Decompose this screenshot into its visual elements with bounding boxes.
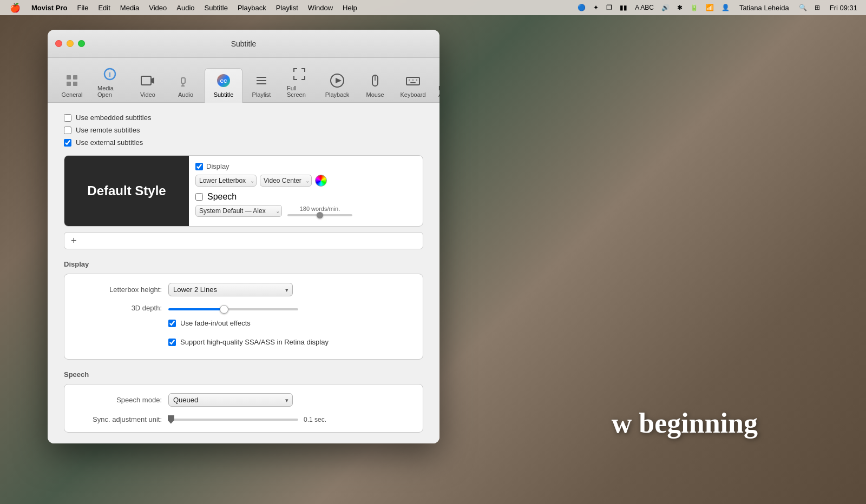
subtitle-label: Subtitle [214,91,234,98]
toolbar-playlist[interactable]: Playlist [242,69,280,102]
position-select[interactable]: Lower Letterbox Upper Letterbox Center [195,175,257,187]
svg-rect-0 [67,75,71,79]
menu-video[interactable]: Video [145,3,171,13]
add-style-button[interactable]: + [71,236,77,246]
sync-slider-track[interactable] [168,419,298,421]
menu-edit[interactable]: Edit [94,3,114,13]
menu-media[interactable]: Media [116,3,143,13]
battery-status-icon: ▮▮ [618,3,629,12]
fade-label: Use fade-in/out effects [180,319,251,327]
sync-label: Sync. adjustment unit: [75,415,162,423]
scene-text: w beginning [612,407,758,439]
menu-playlist[interactable]: Playlist [272,3,303,13]
video-position-select[interactable]: Video Center Video Left Video Right [260,175,312,187]
fullscreen-label: Full Screen [287,85,312,98]
playlist-label: Playlist [252,91,271,98]
toolbar-subtitle[interactable]: CC Subtitle [205,68,242,103]
speech-checkbox-input[interactable] [195,193,203,201]
fullscreen-icon [291,65,308,83]
toolbar-general[interactable]: General [53,69,91,102]
toolbar-video[interactable]: Video [129,69,167,102]
retina-checkbox[interactable] [168,339,176,346]
toolbar-keyboard[interactable]: Keyboard [394,69,432,102]
menu-window[interactable]: Window [304,3,337,13]
words-per-min-container: 180 words/min. [287,205,352,216]
color-wheel-button[interactable] [315,175,327,187]
search-icon[interactable]: 🔍 [797,3,809,12]
mouse-icon [366,72,384,89]
svg-text:CC: CC [220,78,227,84]
speech-mode-dropdown-wrap: Queued Immediate Off [168,393,293,407]
window-controls [55,40,85,47]
retina-row: Support high-quality SSA/ASS in Retina d… [75,338,412,350]
speed-slider[interactable] [287,214,352,216]
depth-3d-control [168,303,412,313]
control-center-icon[interactable]: ⊞ [812,3,822,12]
toolbar-default-app[interactable]: Default App [432,62,439,102]
external-checkbox[interactable] [64,139,71,147]
content-area: Use embedded subtitles Use remote subtit… [48,103,439,443]
letterbox-height-row: Letterbox height: Lower 2 Lines Lower 1 … [75,283,412,296]
display-check-label: Display [206,162,229,170]
display-checkbox-input[interactable] [195,163,203,170]
style-preview: Default Style [64,156,189,226]
toolbar-media-open[interactable]: i Media Open [91,62,129,102]
maximize-button[interactable] [78,40,85,47]
remote-checkbox[interactable] [64,127,71,134]
preferences-window: Subtitle General i Media Open Video Audi [48,30,439,443]
svg-marker-17 [336,78,342,83]
letterbox-height-label: Letterbox height: [75,286,162,294]
toolbar-audio[interactable]: Audio [167,69,205,102]
letterbox-dropdown[interactable]: Lower 2 Lines Lower 1 Line Lower 3 Lines [168,283,293,296]
fade-effects-control: Use fade-in/out effects [168,319,412,331]
general-icon [63,72,81,89]
close-button[interactable] [55,40,62,47]
subtitle-icon: CC [215,72,232,89]
menubar-right: 🔵 ✦ ❒ ▮▮ A ABC 🔊 ✱ 🔋 📶 👤 Tatiana Leheida… [575,3,862,13]
keyboard-label: Keyboard [400,91,425,98]
battery-icon: 🔋 [688,3,700,12]
menu-playback[interactable]: Playback [233,3,271,13]
menu-help[interactable]: Help [338,3,362,13]
default-app-label: Default App [438,85,439,98]
toolbar-fullscreen[interactable]: Full Screen [280,62,318,102]
video-position-select-wrap: Video Center Video Left Video Right [260,175,312,187]
speech-mode-dropdown[interactable]: Queued Immediate Off [168,393,293,407]
menu-audio[interactable]: Audio [172,3,199,13]
fade-checkbox[interactable] [168,320,176,327]
letterbox-dropdown-wrap: Lower 2 Lines Lower 1 Line Lower 3 Lines [168,283,293,296]
user-icon: 👤 [719,3,732,12]
svg-rect-20 [406,77,419,85]
menu-subtitle[interactable]: Subtitle [200,3,232,13]
fade-effects-row: Use fade-in/out effects [75,319,412,331]
menu-file[interactable]: File [73,3,93,13]
embedded-checkbox[interactable] [64,114,71,122]
svg-rect-1 [73,75,77,79]
titlebar: Subtitle [48,30,439,58]
embedded-subtitles-row: Use embedded subtitles [64,114,423,122]
toolbar-mouse[interactable]: Mouse [356,69,394,102]
speech-mode-row: Speech mode: Queued Immediate Off [75,393,412,407]
app-name[interactable]: Movist Pro [27,3,71,13]
external-label: Use external subtitles [76,138,143,147]
retina-label: Support high-quality SSA/ASS in Retina d… [180,338,329,346]
dropbox-icon: ❒ [604,3,614,12]
media-open-label: Media Open [97,85,122,98]
toolbar-playback[interactable]: Playback [318,69,356,102]
media-open-icon: i [101,65,119,83]
keyboard-icon [404,72,422,89]
add-style-row: + [64,232,423,249]
font-icon: A ABC [633,3,656,12]
depth-slider-track[interactable] [168,308,298,310]
retina-control: Support high-quality SSA/ASS in Retina d… [168,338,412,350]
words-per-min-label: 180 words/min. [300,205,340,212]
apple-menu[interactable]: 🍎 [4,2,26,14]
position-select-wrap: Lower Letterbox Upper Letterbox Center [195,175,257,187]
playback-label: Playback [325,91,350,98]
menubar-left: 🍎 Movist Pro File Edit Media Video Audio… [4,2,362,14]
depth-3d-label: 3D depth: [75,304,162,312]
minimize-button[interactable] [67,40,74,47]
svg-rect-8 [181,78,185,83]
speed-thumb [317,212,323,218]
voice-select[interactable]: System Default — Alex Alex Samantha Tom [195,205,282,217]
